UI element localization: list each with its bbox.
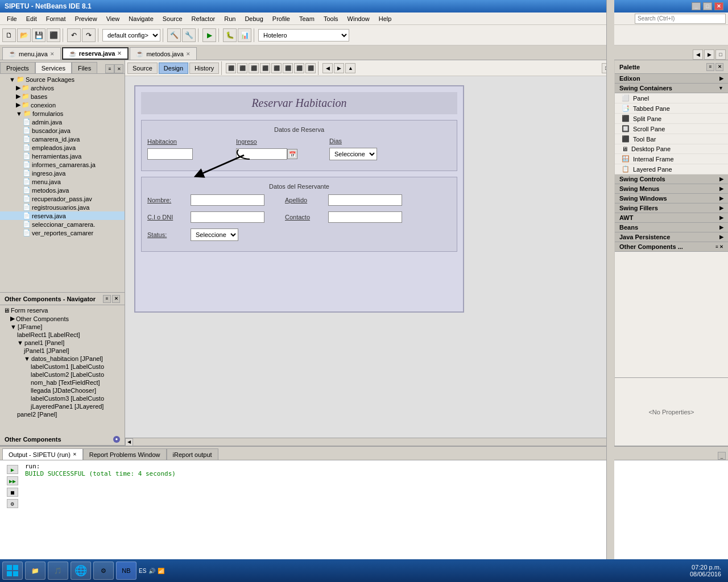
date-picker-button[interactable]: 📅 — [287, 149, 297, 159]
align-top-button[interactable]: ⬛ — [260, 63, 270, 73]
palette-section-swing-fillers[interactable]: Swing Fillers ▶ — [615, 203, 728, 213]
palette-section-swing-windows[interactable]: Swing Windows ▶ — [615, 194, 728, 203]
scroll-left-button[interactable]: ◀ — [125, 438, 133, 446]
nav-other-components[interactable]: ▶ Other Components — [1, 314, 123, 323]
menu-window[interactable]: Window — [343, 14, 374, 23]
palette-section-swing-menus[interactable]: Swing Menus ▶ — [615, 184, 728, 194]
palette-close[interactable]: ✕ — [715, 63, 723, 71]
tree-archivos[interactable]: ▶ 📁 archivos — [0, 84, 125, 92]
settings-taskbar-button[interactable]: ⚙ — [93, 562, 114, 580]
palette-item-panel[interactable]: ⬜ Panel — [615, 93, 728, 103]
design-canvas[interactable]: Reservar Habitacion Datos de Reserva Hab… — [125, 76, 614, 438]
build-button[interactable]: 🔨 — [167, 28, 181, 42]
tab-reserva-java-close[interactable]: ✕ — [117, 51, 122, 56]
same-height-button[interactable]: ⬛ — [294, 63, 304, 73]
palette-item-scroll-pane[interactable]: 🔲 Scroll Pane — [615, 124, 728, 134]
status-select[interactable]: Seleccione — [191, 228, 238, 241]
ingreso-input[interactable] — [236, 148, 287, 160]
tab-projects[interactable]: Projects — [0, 62, 35, 73]
menu-source[interactable]: Source — [158, 14, 187, 23]
tree-ingreso[interactable]: 📄 ingreso.java — [0, 169, 125, 177]
tab-menu-java-close[interactable]: ✕ — [50, 51, 55, 57]
menu-profile[interactable]: Profile — [268, 14, 295, 23]
palette-section-beans[interactable]: Beans ▶ — [615, 223, 728, 232]
panel-close-button[interactable]: ✕ — [114, 64, 123, 73]
tree-informes[interactable]: 📄 informes_camareras.ja — [0, 160, 125, 169]
tree-conexion[interactable]: ▶ 📁 conexion — [0, 101, 125, 109]
tree-empleados[interactable]: 📄 empleados.java — [0, 143, 125, 152]
taskbar-clock[interactable]: 07:20 p.m. 08/06/2016 — [690, 564, 726, 577]
navigator-options[interactable]: ≡ — [103, 295, 111, 303]
other-comp-options[interactable]: ≡ — [715, 244, 718, 250]
history-tab-button[interactable]: History — [189, 63, 219, 74]
palette-item-tool-bar[interactable]: ⬛ Tool Bar — [615, 134, 728, 144]
menu-preview[interactable]: Preview — [71, 14, 102, 23]
tree-source-packages[interactable]: ▼ 📁 Source Packages — [0, 75, 125, 84]
nav-labelrect1[interactable]: labelRect1 [LabelRect] — [1, 331, 123, 339]
open-button[interactable]: 📂 — [17, 28, 31, 42]
menu-debug[interactable]: Debug — [240, 14, 267, 23]
habitacion-input[interactable] — [147, 148, 193, 160]
palette-section-java-persistence[interactable]: Java Persistence ▶ — [615, 232, 728, 242]
align-center-button[interactable]: ⬛ — [237, 63, 247, 73]
menu-navigate[interactable]: Navigate — [124, 14, 158, 23]
navigator-close[interactable]: ✕ — [112, 295, 120, 303]
menu-view[interactable]: View — [102, 14, 125, 23]
nav-labelcustom2[interactable]: labelCustom2 [LabelCusto — [1, 371, 123, 379]
palette-item-split-pane[interactable]: ⬛ Split Pane — [615, 114, 728, 124]
nav-jframe[interactable]: ▼ [JFrame] — [1, 323, 123, 331]
project-dropdown[interactable]: Hotelero — [258, 29, 349, 41]
menu-help[interactable]: Help — [374, 14, 396, 23]
palette-section-edixon[interactable]: Edixon ▶ — [615, 74, 728, 84]
save-all-button[interactable]: ⬛ — [47, 28, 60, 42]
tree-herramientas[interactable]: 📄 herramientas.java — [0, 152, 125, 160]
maximize-editor[interactable]: □ — [715, 49, 726, 60]
start-button[interactable] — [2, 562, 23, 580]
search-input[interactable] — [635, 14, 726, 24]
config-dropdown[interactable]: default config> — [102, 29, 160, 41]
align-bottom-button[interactable]: ⬛ — [271, 63, 282, 73]
tree-menu[interactable]: 📄 menu.java — [0, 177, 125, 186]
tree-buscador[interactable]: 📄 buscador.java — [0, 126, 125, 135]
scroll-tabs-right[interactable]: ▶ — [704, 49, 714, 60]
nav-llegada[interactable]: llegada [JDateChooser] — [1, 386, 123, 394]
contacto-input[interactable] — [328, 211, 402, 223]
nav-right-button[interactable]: ▶ — [334, 63, 344, 73]
align-left-button[interactable]: ⬛ — [226, 63, 236, 73]
palette-section-swing-containers[interactable]: Swing Containers ▼ — [615, 84, 728, 93]
output-minimize[interactable]: _ — [718, 452, 726, 460]
file-manager-button[interactable]: 📁 — [25, 562, 46, 580]
ci-input[interactable] — [191, 211, 264, 223]
tab-reserva-java[interactable]: ☕ reserva.java ✕ — [62, 47, 129, 60]
output-tab-ireport[interactable]: iReport output — [167, 448, 218, 460]
palette-section-awt[interactable]: AWT ▶ — [615, 213, 728, 223]
same-size-button[interactable]: ⬛ — [305, 63, 316, 73]
nav-labelcustom3[interactable]: labelCustom3 [LabelCusto — [1, 394, 123, 402]
tree-seleccionar[interactable]: 📄 seleccionar_camarera. — [0, 220, 125, 228]
debug-button[interactable]: 🐛 — [223, 28, 237, 42]
new-file-button[interactable]: 🗋 — [2, 28, 16, 42]
window-controls[interactable]: _ □ ✕ — [692, 2, 723, 10]
nav-left-button[interactable]: ◀ — [322, 63, 333, 73]
nav-jpanel1[interactable]: jPanel1 [JPanel] — [1, 347, 123, 355]
tree-formularios[interactable]: ▼ 📁 formularios — [0, 109, 125, 118]
undo-button[interactable]: ↶ — [67, 28, 81, 42]
tab-metodos-java-close[interactable]: ✕ — [186, 51, 191, 57]
menu-file[interactable]: File — [2, 14, 22, 23]
scroll-tabs-left[interactable]: ◀ — [693, 49, 703, 60]
palette-item-layered-pane[interactable]: 📋 Layered Pane — [615, 164, 728, 174]
minimize-button[interactable]: _ — [692, 2, 701, 10]
palette-other-components-header[interactable]: Other Components ... ≡ ✕ — [615, 242, 728, 252]
clean-build-button[interactable]: 🔧 — [182, 28, 196, 42]
palette-item-desktop-pane[interactable]: 🖥 Desktop Pane — [615, 144, 728, 154]
same-width-button[interactable]: ⬛ — [283, 63, 293, 73]
palette-item-internal-frame[interactable]: 🪟 Internal Frame — [615, 154, 728, 164]
run-again-button[interactable]: ▶ — [7, 465, 18, 474]
tree-ver-reportes[interactable]: 📄 ver_reportes_camarer — [0, 228, 125, 237]
save-button[interactable]: 💾 — [32, 28, 46, 42]
tab-menu-java[interactable]: ☕ menu.java ✕ — [2, 47, 61, 60]
profile-button[interactable]: 📊 — [238, 28, 251, 42]
settings-button[interactable]: ⚙ — [7, 499, 18, 508]
nombre-input[interactable] — [191, 194, 264, 206]
tree-registrousuarios[interactable]: 📄 registrousuarios.java — [0, 203, 125, 211]
